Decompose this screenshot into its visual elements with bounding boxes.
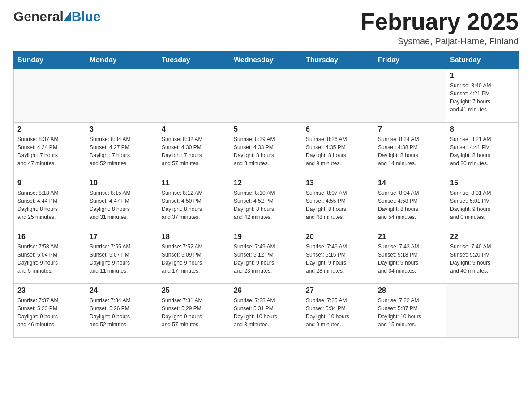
day-info: Sunrise: 7:40 AMSunset: 5:20 PMDaylight:… <box>450 243 515 275</box>
day-info: Sunrise: 8:40 AMSunset: 4:21 PMDaylight:… <box>450 81 515 114</box>
calendar-cell-w3-d1: 9Sunrise: 8:18 AMSunset: 4:44 PMDaylight… <box>14 176 86 230</box>
calendar-cell-w5-d2: 24Sunrise: 7:34 AMSunset: 5:26 PMDayligh… <box>86 284 158 338</box>
day-info: Sunrise: 8:12 AMSunset: 4:50 PMDaylight:… <box>162 189 226 221</box>
header-thursday: Thursday <box>302 51 374 69</box>
calendar-cell-w5-d6: 28Sunrise: 7:22 AMSunset: 5:37 PMDayligh… <box>374 284 446 338</box>
day-number: 4 <box>162 125 226 133</box>
title-section: February 2025 Sysmae, Paijat-Hame, Finla… <box>360 9 519 47</box>
calendar-cell-w5-d3: 25Sunrise: 7:31 AMSunset: 5:29 PMDayligh… <box>158 284 230 338</box>
calendar-week-4: 16Sunrise: 7:58 AMSunset: 5:04 PMDayligh… <box>14 230 519 284</box>
day-number: 19 <box>234 233 298 241</box>
day-info: Sunrise: 8:10 AMSunset: 4:52 PMDaylight:… <box>234 189 298 221</box>
calendar-cell-w4-d5: 20Sunrise: 7:46 AMSunset: 5:15 PMDayligh… <box>302 230 374 284</box>
month-title: February 2025 <box>360 9 519 34</box>
day-number: 9 <box>17 179 82 187</box>
day-info: Sunrise: 7:37 AMSunset: 5:23 PMDaylight:… <box>17 296 82 329</box>
calendar-cell-w2-d1: 2Sunrise: 8:37 AMSunset: 4:24 PMDaylight… <box>14 123 86 176</box>
day-info: Sunrise: 7:31 AMSunset: 5:29 PMDaylight:… <box>162 296 226 329</box>
calendar-cell-w1-d3 <box>158 69 230 123</box>
logo-triangle-icon <box>64 11 71 21</box>
calendar-cell-w2-d3: 4Sunrise: 8:32 AMSunset: 4:30 PMDaylight… <box>158 123 230 176</box>
day-info: Sunrise: 7:34 AMSunset: 5:26 PMDaylight:… <box>90 296 154 329</box>
calendar-cell-w1-d1 <box>14 69 86 123</box>
day-number: 24 <box>90 287 154 295</box>
calendar-cell-w1-d7: 1Sunrise: 8:40 AMSunset: 4:21 PMDaylight… <box>446 69 519 123</box>
day-number: 25 <box>162 287 226 295</box>
calendar-table: Sunday Monday Tuesday Wednesday Thursday… <box>13 51 519 338</box>
day-number: 23 <box>17 287 82 295</box>
day-number: 13 <box>306 179 370 187</box>
calendar-header-row: Sunday Monday Tuesday Wednesday Thursday… <box>14 51 519 69</box>
calendar-cell-w4-d6: 21Sunrise: 7:43 AMSunset: 5:18 PMDayligh… <box>374 230 446 284</box>
calendar-cell-w2-d6: 7Sunrise: 8:24 AMSunset: 4:38 PMDaylight… <box>374 123 446 176</box>
day-info: Sunrise: 8:32 AMSunset: 4:30 PMDaylight:… <box>162 135 226 167</box>
calendar-week-5: 23Sunrise: 7:37 AMSunset: 5:23 PMDayligh… <box>14 284 519 338</box>
logo-general-text: General <box>13 9 64 24</box>
day-number: 22 <box>450 233 515 241</box>
day-number: 12 <box>234 179 298 187</box>
day-number: 11 <box>162 179 226 187</box>
day-info: Sunrise: 8:21 AMSunset: 4:41 PMDaylight:… <box>450 135 515 167</box>
day-info: Sunrise: 8:15 AMSunset: 4:47 PMDaylight:… <box>90 189 154 221</box>
day-number: 26 <box>234 287 298 295</box>
day-info: Sunrise: 8:34 AMSunset: 4:27 PMDaylight:… <box>90 135 154 167</box>
day-info: Sunrise: 7:43 AMSunset: 5:18 PMDaylight:… <box>378 243 442 275</box>
day-number: 16 <box>17 233 82 241</box>
day-number: 14 <box>378 179 442 187</box>
logo: General Blue <box>13 9 101 24</box>
day-info: Sunrise: 7:55 AMSunset: 5:07 PMDaylight:… <box>90 243 154 275</box>
calendar-cell-w4-d1: 16Sunrise: 7:58 AMSunset: 5:04 PMDayligh… <box>14 230 86 284</box>
day-number: 20 <box>306 233 370 241</box>
calendar-cell-w1-d6 <box>374 69 446 123</box>
day-number: 27 <box>306 287 370 295</box>
day-number: 8 <box>450 125 515 133</box>
header-wednesday: Wednesday <box>230 51 302 69</box>
calendar-cell-w3-d7: 15Sunrise: 8:01 AMSunset: 5:01 PMDayligh… <box>446 176 519 230</box>
day-number: 2 <box>17 125 82 133</box>
day-number: 6 <box>306 125 370 133</box>
calendar-cell-w2-d4: 5Sunrise: 8:29 AMSunset: 4:33 PMDaylight… <box>230 123 302 176</box>
header-saturday: Saturday <box>446 51 519 69</box>
day-info: Sunrise: 7:52 AMSunset: 5:09 PMDaylight:… <box>162 243 226 275</box>
header-sunday: Sunday <box>14 51 86 69</box>
day-info: Sunrise: 8:04 AMSunset: 4:58 PMDaylight:… <box>378 189 442 221</box>
day-number: 17 <box>90 233 154 241</box>
day-number: 15 <box>450 179 515 187</box>
calendar-cell-w5-d5: 27Sunrise: 7:25 AMSunset: 5:34 PMDayligh… <box>302 284 374 338</box>
calendar-week-3: 9Sunrise: 8:18 AMSunset: 4:44 PMDaylight… <box>14 176 519 230</box>
calendar-cell-w4-d4: 19Sunrise: 7:49 AMSunset: 5:12 PMDayligh… <box>230 230 302 284</box>
header-friday: Friday <box>374 51 446 69</box>
calendar-cell-w5-d7 <box>446 284 519 338</box>
day-info: Sunrise: 8:01 AMSunset: 5:01 PMDaylight:… <box>450 189 515 221</box>
calendar-week-2: 2Sunrise: 8:37 AMSunset: 4:24 PMDaylight… <box>14 123 519 176</box>
day-info: Sunrise: 7:28 AMSunset: 5:31 PMDaylight:… <box>234 296 298 329</box>
day-number: 28 <box>378 287 442 295</box>
calendar-cell-w1-d2 <box>86 69 158 123</box>
day-number: 10 <box>90 179 154 187</box>
day-number: 18 <box>162 233 226 241</box>
day-number: 21 <box>378 233 442 241</box>
day-info: Sunrise: 7:49 AMSunset: 5:12 PMDaylight:… <box>234 243 298 275</box>
calendar-cell-w4-d2: 17Sunrise: 7:55 AMSunset: 5:07 PMDayligh… <box>86 230 158 284</box>
calendar-cell-w3-d3: 11Sunrise: 8:12 AMSunset: 4:50 PMDayligh… <box>158 176 230 230</box>
calendar-cell-w2-d2: 3Sunrise: 8:34 AMSunset: 4:27 PMDaylight… <box>86 123 158 176</box>
calendar-cell-w5-d4: 26Sunrise: 7:28 AMSunset: 5:31 PMDayligh… <box>230 284 302 338</box>
day-info: Sunrise: 8:29 AMSunset: 4:33 PMDaylight:… <box>234 135 298 167</box>
header-monday: Monday <box>86 51 158 69</box>
day-info: Sunrise: 8:07 AMSunset: 4:55 PMDaylight:… <box>306 189 370 221</box>
logo-blue-text: Blue <box>72 9 101 24</box>
calendar-week-1: 1Sunrise: 8:40 AMSunset: 4:21 PMDaylight… <box>14 69 519 123</box>
calendar-cell-w1-d4 <box>230 69 302 123</box>
day-info: Sunrise: 8:18 AMSunset: 4:44 PMDaylight:… <box>17 189 82 221</box>
calendar-cell-w3-d5: 13Sunrise: 8:07 AMSunset: 4:55 PMDayligh… <box>302 176 374 230</box>
day-info: Sunrise: 8:37 AMSunset: 4:24 PMDaylight:… <box>17 135 82 167</box>
day-number: 5 <box>234 125 298 133</box>
calendar-cell-w3-d6: 14Sunrise: 8:04 AMSunset: 4:58 PMDayligh… <box>374 176 446 230</box>
page-header: General Blue February 2025 Sysmae, Paija… <box>13 9 519 47</box>
day-number: 1 <box>450 72 515 80</box>
day-info: Sunrise: 8:24 AMSunset: 4:38 PMDaylight:… <box>378 135 442 167</box>
day-info: Sunrise: 7:25 AMSunset: 5:34 PMDaylight:… <box>306 296 370 329</box>
day-info: Sunrise: 7:22 AMSunset: 5:37 PMDaylight:… <box>378 296 442 329</box>
calendar-cell-w3-d2: 10Sunrise: 8:15 AMSunset: 4:47 PMDayligh… <box>86 176 158 230</box>
calendar-cell-w2-d5: 6Sunrise: 8:26 AMSunset: 4:35 PMDaylight… <box>302 123 374 176</box>
